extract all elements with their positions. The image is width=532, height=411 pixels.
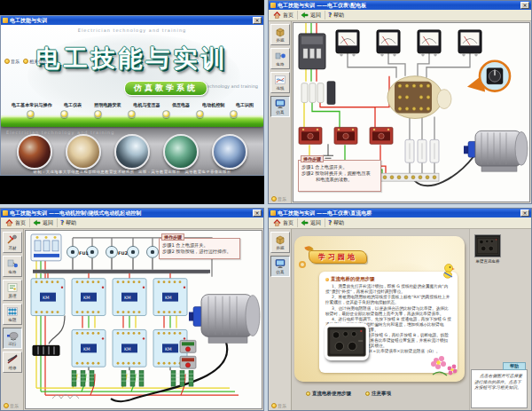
- bottom-links: 直流电桥使用步骤 注意事项: [306, 391, 391, 397]
- terminal-strip[interactable]: [380, 173, 439, 181]
- home-icon: [5, 219, 13, 226]
- voltmeter-1[interactable]: [336, 30, 359, 56]
- menu-round-button[interactable]: [196, 110, 204, 118]
- current-transformer-3[interactable]: [370, 127, 393, 144]
- menu-item-basics[interactable]: 电工基本常识与操作: [12, 102, 52, 107]
- brush-lifting-device[interactable]: [33, 345, 59, 355]
- menu-round-button[interactable]: [60, 110, 68, 118]
- music-toggle[interactable]: 音乐: [4, 403, 19, 408]
- current-transformer-1[interactable]: [299, 127, 322, 144]
- board-sim-toolbar: 首页 返回 ? 帮助: [269, 10, 531, 21]
- back-arrow-icon: [33, 219, 41, 226]
- sidebar-item-run[interactable]: 运行: [3, 328, 22, 349]
- home-button[interactable]: 首页: [270, 11, 298, 20]
- link-usage-steps[interactable]: 直流电桥使用步骤: [306, 391, 351, 397]
- stop-button-station[interactable]: [180, 356, 196, 368]
- motor[interactable]: [189, 295, 260, 344]
- help-button[interactable]: ? 帮助: [58, 218, 80, 227]
- help-tab: 帮助: [503, 362, 526, 370]
- music-toggle[interactable]: 音乐: [271, 196, 286, 202]
- menu-item-motor-control[interactable]: 电动机控制: [202, 102, 224, 107]
- starting-resistors[interactable]: [72, 370, 193, 386]
- sidebar-item-circuit[interactable]: 电路: [270, 48, 290, 69]
- back-button[interactable]: 返回: [298, 11, 325, 20]
- ammeter-1[interactable]: [418, 30, 441, 56]
- sidebar-item-wiring[interactable]: 连线: [270, 72, 290, 93]
- back-arrow-icon: [301, 12, 309, 19]
- contactor[interactable]: KM: [72, 329, 106, 367]
- fuse-row[interactable]: FU1 FU2: [67, 246, 159, 257]
- english-header: Electrician technology and training: [1, 28, 263, 33]
- contactor[interactable]: KM: [113, 329, 146, 367]
- help-icon: ?: [60, 220, 64, 226]
- sidebar-item-simulation[interactable]: 仿真: [270, 256, 290, 277]
- menu-item-drawing-reading[interactable]: 电工识图: [236, 102, 254, 107]
- home-button[interactable]: 首页: [270, 218, 298, 227]
- sidebar-item-principle[interactable]: 原理: [3, 280, 22, 301]
- start-button-station[interactable]: [180, 340, 196, 352]
- smiley-icon: [4, 59, 10, 64]
- board-sim-window: 电工技能与实训 ——电工仪表\配电板 × 首页 返回 ? 帮助: [268, 0, 532, 204]
- sidebar-item-appearance[interactable]: 外观: [270, 232, 290, 253]
- back-button[interactable]: 返回: [30, 218, 58, 227]
- operation-steps-box: 操作步骤 步骤1 合上电源开关。 步骤2 按动按钮，进行运行操作。: [159, 238, 240, 259]
- sidebar-item-simulation[interactable]: 仿真: [270, 96, 290, 117]
- back-button[interactable]: 返回: [298, 218, 325, 227]
- menu-item-motor-transformer[interactable]: 电机与变压器: [133, 102, 160, 107]
- fuse-links[interactable]: [405, 139, 439, 162]
- menu-round-button[interactable]: [162, 110, 170, 118]
- contactor[interactable]: KM: [31, 279, 65, 316]
- steps-header: 操作步骤: [301, 155, 324, 162]
- contactor[interactable]: KM: [72, 279, 106, 316]
- bridge-main-area: 学习园地 直流电桥的使用步骤 1、测量前先打开检流计锁扣，即将 G 接线柱处的金…: [292, 229, 531, 410]
- repair-tools-icon: [6, 354, 19, 365]
- menu-round-button[interactable]: [230, 110, 238, 118]
- menu-item-lighting[interactable]: 照明电路安装: [94, 102, 121, 107]
- help-button[interactable]: ? 帮助: [325, 11, 348, 20]
- svg-text:KM: KM: [124, 295, 131, 300]
- circuit-breaker[interactable]: [31, 234, 61, 261]
- circuit-breaker[interactable]: [299, 34, 325, 69]
- link-precautions[interactable]: 注意事项: [365, 391, 391, 397]
- sidebar-item-resistors[interactable]: 电阻: [3, 304, 22, 325]
- contactor[interactable]: KM: [113, 279, 146, 316]
- menu-round-button[interactable]: [94, 110, 102, 118]
- ammeter-2[interactable]: [458, 30, 481, 56]
- sidebar-item-circuit[interactable]: 电路: [3, 256, 22, 277]
- home-button[interactable]: 首页: [3, 218, 30, 227]
- photo-band: Electrician technology and training 研制：大…: [1, 126, 263, 175]
- menu-item-instruments[interactable]: 电工仪表: [64, 102, 82, 107]
- menu-round-button[interactable]: [128, 110, 136, 118]
- transfer-switch[interactable]: [387, 76, 451, 119]
- bullet-icon: [306, 391, 310, 396]
- current-transformer-2[interactable]: [334, 127, 357, 144]
- close-icon[interactable]: ×: [520, 209, 529, 217]
- related-info-button[interactable]: 相关信息: [23, 59, 47, 64]
- contactor[interactable]: KM: [153, 279, 187, 316]
- fuse-bank[interactable]: [301, 82, 335, 105]
- contactor-row-bottom: KM KM: [72, 329, 187, 367]
- sidebar-item-repair[interactable]: 维修: [3, 352, 22, 373]
- sidebar-item-appearance[interactable]: 外观: [270, 24, 290, 45]
- help-button[interactable]: ? 帮助: [325, 218, 348, 227]
- circuit-icon: [274, 51, 286, 61]
- menu-round-button[interactable]: [27, 110, 35, 118]
- help-box: 点击右侧图片可选择要进行操作的器件。点击下方按钮可学习相关知识。: [471, 369, 528, 408]
- help-icon: ?: [328, 220, 332, 226]
- close-icon[interactable]: ×: [520, 2, 529, 9]
- subtitle-badge: 仿真教学系统: [124, 81, 207, 96]
- music-toggle[interactable]: 音乐: [271, 403, 286, 408]
- motor-sim-toolbar: 首页 返回 ? 帮助: [1, 217, 263, 229]
- cube-icon: [274, 234, 286, 245]
- voltmeter-2[interactable]: [377, 30, 400, 56]
- menu-item-lv-appliances[interactable]: 低压电器: [172, 102, 190, 107]
- monitor-icon: [274, 99, 286, 109]
- music-button[interactable]: 音乐: [4, 59, 20, 64]
- motor-sim-canvas: FU1 FU2 KM: [25, 230, 262, 409]
- sidebar-item-equipment[interactable]: 器材: [3, 232, 22, 253]
- motor[interactable]: [464, 130, 528, 171]
- ground-symbol: [323, 144, 333, 161]
- device-thumbnail[interactable]: [474, 234, 501, 257]
- close-icon[interactable]: ×: [253, 209, 262, 217]
- close-icon[interactable]: ×: [253, 17, 262, 24]
